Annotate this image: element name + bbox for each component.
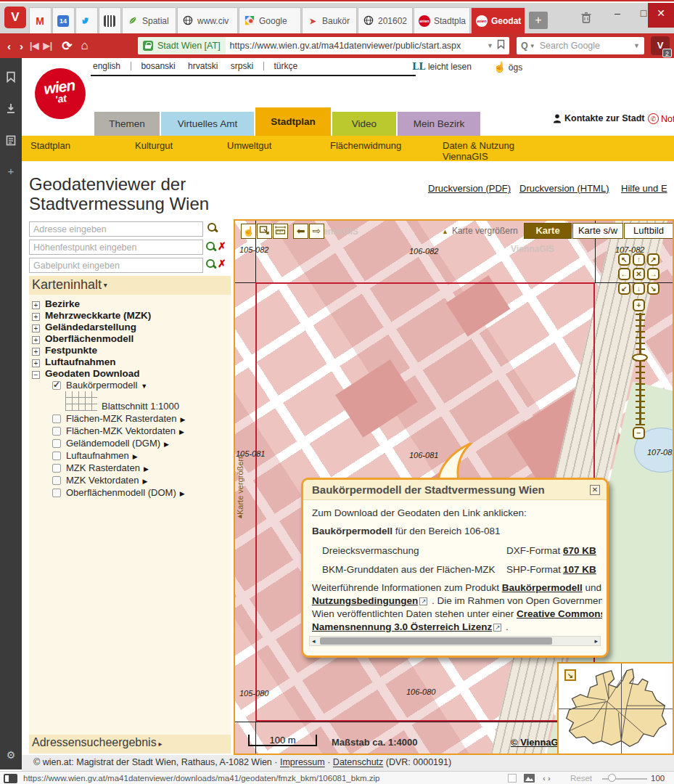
subnav-kulturgut[interactable]: Kulturgut xyxy=(135,140,173,151)
panel-toggle-icon[interactable] xyxy=(4,774,17,783)
new-tab-button[interactable]: + xyxy=(529,12,548,29)
tree-item-gelaendedarstellung[interactable]: +Geländedarstellung xyxy=(32,322,136,333)
page-tile-icon[interactable] xyxy=(508,774,517,783)
overview-map[interactable]: ↘ xyxy=(557,662,674,755)
zoom-in-icon[interactable]: + xyxy=(633,299,645,311)
baukoerpermodell-link[interactable]: Baukörpermodell xyxy=(502,582,583,593)
tilt-icons[interactable]: ‹ › xyxy=(543,774,551,783)
zoom-window-tool-icon[interactable] xyxy=(257,224,272,239)
address-search-icon[interactable] xyxy=(207,222,218,234)
tab-gmail[interactable]: M xyxy=(29,7,52,33)
tab-google[interactable]: Google xyxy=(239,7,301,33)
zoom-out-icon[interactable]: − xyxy=(633,427,645,439)
adresse-input[interactable] xyxy=(29,221,203,237)
minimap-collapse-icon[interactable]: ↘ xyxy=(564,669,576,681)
checkbox[interactable] xyxy=(52,476,61,485)
rewind-icon[interactable]: |◀ xyxy=(30,41,39,51)
checkbox[interactable] xyxy=(52,464,61,473)
close-icon[interactable]: ✕ xyxy=(590,485,600,495)
pan-up-right-icon[interactable]: ↗ xyxy=(647,253,659,266)
add-panel-icon[interactable]: + xyxy=(5,166,17,177)
tree-item-luftaufnahmen[interactable]: +Luftaufnahmen xyxy=(32,356,116,368)
url-dropdown-icon[interactable]: ▼ xyxy=(483,42,497,49)
expand-icon[interactable]: + xyxy=(32,359,40,367)
download-link-shp[interactable]: 107 KB xyxy=(563,564,607,575)
subnav-flaechenwidmung[interactable]: Flächenwidmung xyxy=(330,140,401,151)
measure-tool-icon[interactable] xyxy=(273,224,288,239)
tree-item-flaechen-mzk-raster[interactable]: Flächen-MZK Rasterdaten▶ xyxy=(52,413,185,425)
url-field[interactable]: Stadt Wien [AT] https://www.wien.gv.at/m… xyxy=(138,37,509,54)
fast-forward-icon[interactable]: ▶| xyxy=(44,41,53,51)
extension-icon[interactable]: V2 xyxy=(651,36,670,55)
lang-bosanski[interactable]: bosanski xyxy=(141,61,175,71)
tree-item-luftaufnahmen-sub[interactable]: Luftaufnahmen▶ xyxy=(52,450,138,462)
layer-karte-sw-button[interactable]: Karte s/w xyxy=(572,223,623,239)
popup-scrollbar[interactable]: ◂ ▸ xyxy=(309,636,601,646)
pan-center-icon[interactable]: ✕ xyxy=(633,268,645,280)
checkbox[interactable] xyxy=(52,439,61,448)
karte-vergroessern-button[interactable]: ▲Karte vergrößern xyxy=(442,226,518,236)
tree-item-gelaendemodell[interactable]: Geländemodell (DGM)▶ xyxy=(52,438,169,450)
hoehenfestpunkt-search-icon[interactable] xyxy=(205,241,217,253)
creative-commons-link[interactable]: Creative Commons xyxy=(517,608,602,619)
tree-item-geodaten-download[interactable]: −Geodaten Download xyxy=(32,368,140,380)
lizenz-link[interactable]: Namensnennung 3.0 Österreich Lizenz xyxy=(312,621,492,632)
scroll-left-icon[interactable]: ◂ xyxy=(312,637,316,645)
expand-icon[interactable]: + xyxy=(32,336,40,344)
scroll-right-icon[interactable]: ▸ xyxy=(594,637,598,645)
tab-calendar[interactable]: 14 xyxy=(52,7,75,33)
lang-srpski[interactable]: srpski xyxy=(231,61,253,71)
bookmark-icon[interactable] xyxy=(497,39,509,52)
druckversion-pdf-link[interactable]: Druckversion (PDF) xyxy=(428,183,511,194)
tab-twitter[interactable] xyxy=(75,7,98,33)
pan-right-icon[interactable]: → xyxy=(647,268,659,280)
tree-item-festpunkte[interactable]: +Festpunkte xyxy=(32,345,97,356)
tab-201602[interactable]: 201602 xyxy=(358,7,413,33)
vivaldi-menu-button[interactable]: V xyxy=(4,7,26,28)
tree-item-blattschnitt[interactable]: Blattschnitt 1:1000 xyxy=(102,401,179,413)
home-icon[interactable]: ⌂ xyxy=(81,38,88,53)
search-engine-icon[interactable]: Q xyxy=(521,41,528,51)
datenschutz-link[interactable]: Datenschutz xyxy=(333,757,383,767)
tree-item-mzk-raster[interactable]: MZK Rasterdaten▶ xyxy=(52,462,149,475)
karteninhalt-header[interactable]: Karteninhalt ▾ xyxy=(29,276,231,295)
nav-tab-mein-bezirk[interactable]: Mein Bezirk xyxy=(398,112,480,136)
download-link-dxf[interactable]: 670 KB xyxy=(563,545,607,556)
layer-luftbild-button[interactable]: Luftbild xyxy=(624,223,673,239)
tree-item-mzk[interactable]: +Mehrzweckkarte (MZK) xyxy=(32,310,151,322)
search-dropdown-icon[interactable]: ▼ xyxy=(633,42,640,49)
hoehenfestpunkt-input[interactable] xyxy=(29,240,203,255)
kontakte-link[interactable]: Kontakte zur Stadt xyxy=(553,113,644,123)
bookmarks-panel-icon[interactable] xyxy=(5,71,17,83)
karte-vergroessern-side-label[interactable]: Karte vergrößern xyxy=(236,435,246,515)
tree-item-bezirke[interactable]: +Bezirke xyxy=(32,298,80,310)
impressum-link[interactable]: Impressum xyxy=(280,757,325,767)
minimize-button[interactable]: – xyxy=(604,3,630,25)
collapse-map-arrow-icon[interactable]: ◄ xyxy=(237,513,243,520)
nav-tab-virtuelles-amt[interactable]: Virtuelles Amt xyxy=(161,112,254,136)
pan-left-icon[interactable]: ← xyxy=(618,268,630,280)
gabelpunkt-input[interactable] xyxy=(29,258,203,273)
lang-english[interactable]: english xyxy=(93,61,120,71)
close-button[interactable]: ✕ xyxy=(648,3,674,28)
checkbox[interactable] xyxy=(52,452,61,460)
tab-geodaten-active[interactable]: wienGeodat xyxy=(471,7,525,33)
images-toggle-icon[interactable] xyxy=(524,774,535,784)
notruf-link[interactable]: ✆Notr xyxy=(648,113,674,124)
pan-tool-icon[interactable]: ☝ xyxy=(241,224,256,239)
zoom-reset-label[interactable]: Reset xyxy=(570,774,592,783)
expand-icon[interactable]: + xyxy=(32,313,40,321)
subnav-umweltgut[interactable]: Umweltgut xyxy=(227,140,271,151)
zoom-slider-track[interactable] xyxy=(636,313,645,425)
trash-icon[interactable] xyxy=(580,12,592,28)
layer-karte-button[interactable]: Karte xyxy=(524,223,572,239)
pan-up-left-icon[interactable]: ↖ xyxy=(618,253,630,266)
pan-down-icon[interactable]: ↓ xyxy=(633,282,645,295)
tree-item-oberflaechenmodell[interactable]: +Oberflächenmodell xyxy=(32,333,133,345)
nav-tab-themen[interactable]: Themen xyxy=(94,112,160,136)
tab-mixer[interactable] xyxy=(99,7,121,33)
hilfe-link[interactable]: Hilfe und E xyxy=(621,183,667,194)
site-security-badge[interactable]: Stadt Wien [AT] xyxy=(138,37,226,54)
nav-tab-video[interactable]: Video xyxy=(332,112,396,136)
page-zoom-handle[interactable] xyxy=(608,774,616,782)
